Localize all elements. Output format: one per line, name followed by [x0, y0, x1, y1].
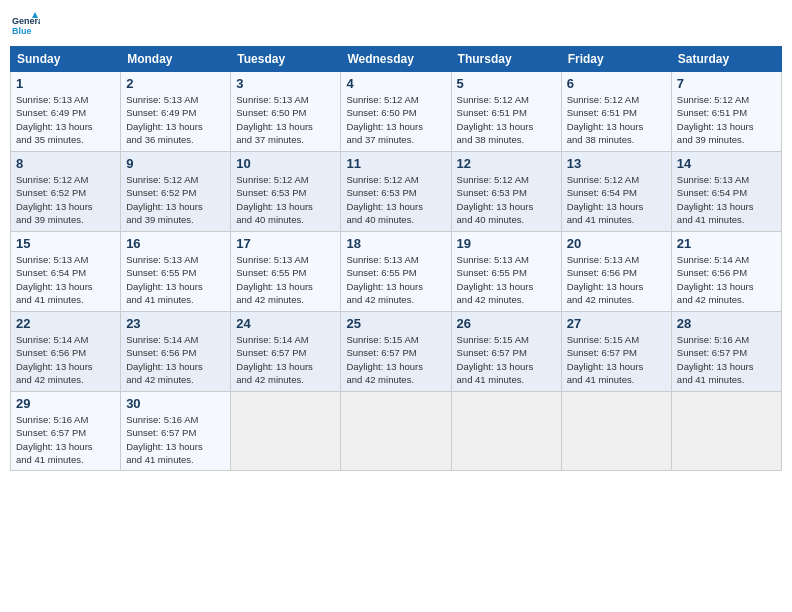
- day-number: 6: [567, 76, 666, 91]
- calendar-cell: [451, 392, 561, 471]
- calendar-cell: [231, 392, 341, 471]
- calendar-cell: 26Sunrise: 5:15 AM Sunset: 6:57 PM Dayli…: [451, 312, 561, 392]
- day-info: Sunrise: 5:13 AM Sunset: 6:54 PM Dayligh…: [16, 253, 115, 306]
- day-info: Sunrise: 5:12 AM Sunset: 6:54 PM Dayligh…: [567, 173, 666, 226]
- day-number: 19: [457, 236, 556, 251]
- day-number: 22: [16, 316, 115, 331]
- weekday-header: Tuesday: [231, 47, 341, 72]
- calendar-cell: [671, 392, 781, 471]
- calendar-cell: 28Sunrise: 5:16 AM Sunset: 6:57 PM Dayli…: [671, 312, 781, 392]
- day-info: Sunrise: 5:13 AM Sunset: 6:55 PM Dayligh…: [126, 253, 225, 306]
- day-info: Sunrise: 5:15 AM Sunset: 6:57 PM Dayligh…: [567, 333, 666, 386]
- calendar-cell: 6Sunrise: 5:12 AM Sunset: 6:51 PM Daylig…: [561, 72, 671, 152]
- day-info: Sunrise: 5:12 AM Sunset: 6:51 PM Dayligh…: [677, 93, 776, 146]
- day-number: 2: [126, 76, 225, 91]
- calendar-cell: [561, 392, 671, 471]
- svg-marker-2: [32, 12, 38, 18]
- day-info: Sunrise: 5:15 AM Sunset: 6:57 PM Dayligh…: [346, 333, 445, 386]
- calendar-cell: 7Sunrise: 5:12 AM Sunset: 6:51 PM Daylig…: [671, 72, 781, 152]
- day-number: 24: [236, 316, 335, 331]
- calendar-cell: 21Sunrise: 5:14 AM Sunset: 6:56 PM Dayli…: [671, 232, 781, 312]
- calendar-cell: 18Sunrise: 5:13 AM Sunset: 6:55 PM Dayli…: [341, 232, 451, 312]
- calendar-cell: 13Sunrise: 5:12 AM Sunset: 6:54 PM Dayli…: [561, 152, 671, 232]
- day-number: 20: [567, 236, 666, 251]
- header-row: SundayMondayTuesdayWednesdayThursdayFrid…: [11, 47, 782, 72]
- day-info: Sunrise: 5:12 AM Sunset: 6:52 PM Dayligh…: [16, 173, 115, 226]
- day-number: 4: [346, 76, 445, 91]
- day-info: Sunrise: 5:12 AM Sunset: 6:51 PM Dayligh…: [567, 93, 666, 146]
- day-number: 16: [126, 236, 225, 251]
- calendar-cell: 9Sunrise: 5:12 AM Sunset: 6:52 PM Daylig…: [121, 152, 231, 232]
- day-number: 14: [677, 156, 776, 171]
- day-info: Sunrise: 5:13 AM Sunset: 6:55 PM Dayligh…: [346, 253, 445, 306]
- day-number: 1: [16, 76, 115, 91]
- day-info: Sunrise: 5:12 AM Sunset: 6:50 PM Dayligh…: [346, 93, 445, 146]
- calendar-cell: 4Sunrise: 5:12 AM Sunset: 6:50 PM Daylig…: [341, 72, 451, 152]
- svg-text:Blue: Blue: [12, 26, 32, 36]
- day-number: 5: [457, 76, 556, 91]
- calendar-cell: 27Sunrise: 5:15 AM Sunset: 6:57 PM Dayli…: [561, 312, 671, 392]
- calendar-cell: 29Sunrise: 5:16 AM Sunset: 6:57 PM Dayli…: [11, 392, 121, 471]
- calendar-cell: 16Sunrise: 5:13 AM Sunset: 6:55 PM Dayli…: [121, 232, 231, 312]
- weekday-header: Saturday: [671, 47, 781, 72]
- day-info: Sunrise: 5:13 AM Sunset: 6:55 PM Dayligh…: [236, 253, 335, 306]
- day-info: Sunrise: 5:12 AM Sunset: 6:53 PM Dayligh…: [236, 173, 335, 226]
- day-info: Sunrise: 5:13 AM Sunset: 6:56 PM Dayligh…: [567, 253, 666, 306]
- logo: General Blue: [10, 10, 44, 40]
- day-number: 9: [126, 156, 225, 171]
- day-number: 30: [126, 396, 225, 411]
- day-number: 7: [677, 76, 776, 91]
- calendar-cell: 25Sunrise: 5:15 AM Sunset: 6:57 PM Dayli…: [341, 312, 451, 392]
- day-number: 29: [16, 396, 115, 411]
- day-info: Sunrise: 5:13 AM Sunset: 6:50 PM Dayligh…: [236, 93, 335, 146]
- day-info: Sunrise: 5:16 AM Sunset: 6:57 PM Dayligh…: [126, 413, 225, 466]
- day-info: Sunrise: 5:12 AM Sunset: 6:53 PM Dayligh…: [457, 173, 556, 226]
- calendar-cell: 8Sunrise: 5:12 AM Sunset: 6:52 PM Daylig…: [11, 152, 121, 232]
- day-info: Sunrise: 5:12 AM Sunset: 6:52 PM Dayligh…: [126, 173, 225, 226]
- day-number: 3: [236, 76, 335, 91]
- calendar-cell: 10Sunrise: 5:12 AM Sunset: 6:53 PM Dayli…: [231, 152, 341, 232]
- calendar-cell: 30Sunrise: 5:16 AM Sunset: 6:57 PM Dayli…: [121, 392, 231, 471]
- calendar-cell: 24Sunrise: 5:14 AM Sunset: 6:57 PM Dayli…: [231, 312, 341, 392]
- calendar-cell: 2Sunrise: 5:13 AM Sunset: 6:49 PM Daylig…: [121, 72, 231, 152]
- logo-icon: General Blue: [10, 10, 40, 40]
- day-info: Sunrise: 5:13 AM Sunset: 6:55 PM Dayligh…: [457, 253, 556, 306]
- weekday-header: Friday: [561, 47, 671, 72]
- day-info: Sunrise: 5:14 AM Sunset: 6:56 PM Dayligh…: [126, 333, 225, 386]
- day-number: 15: [16, 236, 115, 251]
- calendar-cell: 15Sunrise: 5:13 AM Sunset: 6:54 PM Dayli…: [11, 232, 121, 312]
- calendar-cell: 19Sunrise: 5:13 AM Sunset: 6:55 PM Dayli…: [451, 232, 561, 312]
- weekday-header: Wednesday: [341, 47, 451, 72]
- day-number: 17: [236, 236, 335, 251]
- calendar-cell: 11Sunrise: 5:12 AM Sunset: 6:53 PM Dayli…: [341, 152, 451, 232]
- day-info: Sunrise: 5:13 AM Sunset: 6:49 PM Dayligh…: [126, 93, 225, 146]
- calendar-cell: 12Sunrise: 5:12 AM Sunset: 6:53 PM Dayli…: [451, 152, 561, 232]
- calendar-cell: 23Sunrise: 5:14 AM Sunset: 6:56 PM Dayli…: [121, 312, 231, 392]
- weekday-header: Monday: [121, 47, 231, 72]
- header: General Blue: [10, 10, 782, 40]
- calendar-cell: 20Sunrise: 5:13 AM Sunset: 6:56 PM Dayli…: [561, 232, 671, 312]
- weekday-header: Sunday: [11, 47, 121, 72]
- day-number: 18: [346, 236, 445, 251]
- calendar-cell: 22Sunrise: 5:14 AM Sunset: 6:56 PM Dayli…: [11, 312, 121, 392]
- day-number: 28: [677, 316, 776, 331]
- day-number: 10: [236, 156, 335, 171]
- day-number: 27: [567, 316, 666, 331]
- day-number: 21: [677, 236, 776, 251]
- day-number: 13: [567, 156, 666, 171]
- day-info: Sunrise: 5:15 AM Sunset: 6:57 PM Dayligh…: [457, 333, 556, 386]
- weekday-header: Thursday: [451, 47, 561, 72]
- calendar-cell: 3Sunrise: 5:13 AM Sunset: 6:50 PM Daylig…: [231, 72, 341, 152]
- calendar-cell: 14Sunrise: 5:13 AM Sunset: 6:54 PM Dayli…: [671, 152, 781, 232]
- day-number: 12: [457, 156, 556, 171]
- day-number: 25: [346, 316, 445, 331]
- calendar-cell: 17Sunrise: 5:13 AM Sunset: 6:55 PM Dayli…: [231, 232, 341, 312]
- day-number: 11: [346, 156, 445, 171]
- day-info: Sunrise: 5:14 AM Sunset: 6:56 PM Dayligh…: [16, 333, 115, 386]
- day-info: Sunrise: 5:16 AM Sunset: 6:57 PM Dayligh…: [677, 333, 776, 386]
- calendar-cell: 1Sunrise: 5:13 AM Sunset: 6:49 PM Daylig…: [11, 72, 121, 152]
- day-info: Sunrise: 5:12 AM Sunset: 6:51 PM Dayligh…: [457, 93, 556, 146]
- day-number: 26: [457, 316, 556, 331]
- day-info: Sunrise: 5:14 AM Sunset: 6:56 PM Dayligh…: [677, 253, 776, 306]
- day-number: 8: [16, 156, 115, 171]
